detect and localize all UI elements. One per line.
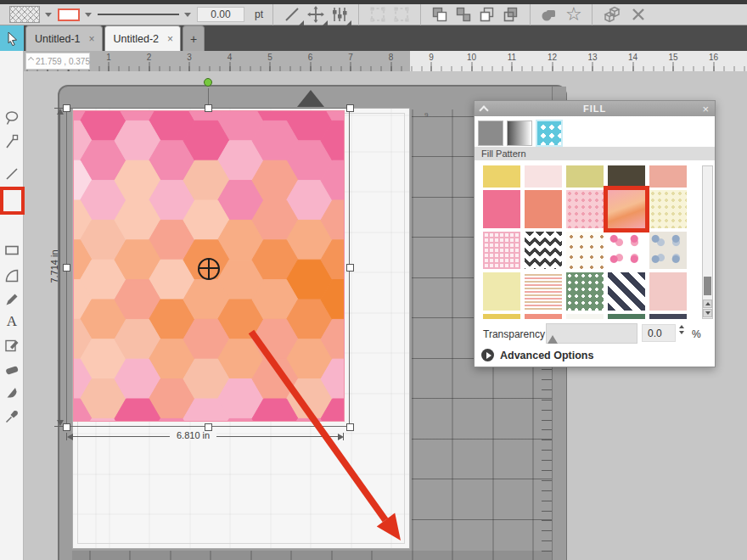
pattern-swatch[interactable] (566, 272, 604, 311)
scroll-up-button[interactable] (703, 300, 712, 308)
transparency-spinner[interactable] (679, 325, 684, 334)
pattern-swatch[interactable] (608, 314, 645, 319)
dropdown-chevron-icon[interactable] (184, 13, 191, 17)
spinner-up-icon[interactable] (679, 325, 684, 328)
selection-handle-mid-right[interactable] (346, 264, 354, 272)
center-crosshair-icon[interactable] (198, 258, 220, 280)
cursor-position-readout: 21.759 , 0.375 (25, 53, 90, 70)
selection-handle-bottom-left[interactable] (63, 423, 70, 431)
ruler-number: 8 (389, 53, 394, 62)
ruler-number: 11 (508, 53, 516, 62)
pattern-swatch[interactable] (649, 190, 687, 228)
dropdown-chevron-icon[interactable] (45, 13, 52, 17)
selection-handle-mid-left[interactable] (63, 264, 70, 272)
select-tool[interactable] (0, 25, 24, 51)
selection-handle-top-center[interactable] (205, 104, 212, 112)
spinner-down-icon[interactable] (679, 331, 684, 334)
selection-handle-top-right[interactable] (346, 104, 354, 112)
send-to-back-icon[interactable] (502, 5, 520, 24)
marquee-select-alt-icon[interactable] (392, 5, 411, 24)
draw-tool[interactable] (3, 290, 21, 309)
stroke-color-swatch[interactable] (58, 8, 80, 21)
pattern-swatch[interactable] (566, 314, 604, 319)
pattern-swatch[interactable] (649, 165, 687, 188)
pattern-swatch-selected[interactable] (608, 190, 645, 228)
pattern-swatch[interactable] (566, 190, 604, 228)
toolbar-group (421, 4, 531, 25)
pattern-swatch[interactable] (525, 190, 562, 228)
lasso-tool[interactable] (3, 109, 21, 127)
pattern-swatch[interactable] (483, 165, 520, 188)
line-tool[interactable] (3, 165, 21, 183)
transform-tool[interactable] (330, 5, 349, 24)
toolbar-group (593, 4, 657, 25)
stroke-width-input[interactable] (197, 7, 244, 22)
pattern-swatch[interactable] (608, 165, 645, 188)
pattern-swatch[interactable] (483, 314, 520, 319)
group-icon[interactable] (430, 5, 449, 24)
delete-icon[interactable] (629, 5, 648, 24)
selection-handle-top-left[interactable] (63, 104, 70, 112)
expand-arrow-icon (481, 349, 494, 361)
pattern-swatch[interactable] (483, 190, 520, 228)
tab-close-icon[interactable]: × (167, 33, 173, 45)
pattern-swatch[interactable] (566, 232, 604, 269)
width-dimension-label: 6.810 in (170, 430, 216, 440)
pattern-swatch[interactable] (566, 165, 604, 188)
rotation-handle[interactable] (204, 78, 212, 87)
arc-tool[interactable] (3, 266, 21, 285)
draw-line-tool[interactable] (283, 5, 301, 24)
selection-handle-bottom-center[interactable] (205, 423, 212, 431)
new-tab-button[interactable]: + (183, 25, 205, 51)
transparency-value-field[interactable]: 0.0 (642, 324, 676, 342)
scroll-down-button[interactable] (703, 309, 712, 317)
height-dimension-line (59, 110, 60, 424)
ruler-number: 2 (147, 53, 152, 62)
pattern-swatch[interactable] (483, 272, 520, 311)
tab-untitled-1[interactable]: Untitled-1 × (25, 25, 103, 51)
eyedropper-tool[interactable] (3, 407, 21, 426)
pattern-swatch[interactable] (483, 232, 520, 269)
tab-untitled-2[interactable]: Untitled-2 × (104, 25, 182, 51)
fill-pattern-swatch[interactable] (9, 6, 40, 23)
ruler-number: 15 (668, 53, 677, 62)
advanced-options-toggle[interactable]: Advanced Options (481, 349, 593, 361)
pattern-swatch[interactable] (649, 314, 687, 319)
pattern-swatch[interactable] (608, 232, 645, 269)
toolbar-group (359, 4, 421, 25)
pattern-swatch[interactable] (525, 314, 562, 319)
move-tool[interactable] (306, 5, 325, 24)
star-icon[interactable]: ☆ (565, 6, 582, 23)
pattern-swatch[interactable] (525, 165, 562, 188)
pattern-swatch[interactable] (649, 232, 687, 269)
ruler-number: 10 (467, 53, 476, 62)
3d-view-icon[interactable] (602, 4, 624, 25)
tab-close-icon[interactable]: × (89, 33, 95, 45)
line-style-preview[interactable] (98, 8, 179, 21)
pattern-swatch[interactable] (525, 272, 562, 311)
knife-tool[interactable] (3, 384, 21, 402)
ungroup-icon[interactable] (454, 5, 473, 24)
stroke-width-input[interactable] (197, 7, 244, 22)
weld-icon[interactable] (540, 5, 560, 24)
scrollbar-thumb[interactable] (704, 277, 711, 295)
point-edit-tool[interactable] (3, 132, 21, 151)
pattern-swatch[interactable] (525, 232, 562, 269)
left-tool-column: A (0, 51, 24, 560)
pattern-scrollbar[interactable] (702, 165, 713, 319)
transparency-slider[interactable] (546, 323, 637, 344)
eraser-tool[interactable] (3, 360, 21, 378)
mat-grid-bottom (72, 551, 552, 560)
transparency-slider-thumb[interactable] (548, 335, 558, 344)
marquee-select-icon[interactable] (368, 5, 387, 24)
ruler-number: 13 (587, 53, 597, 62)
text-tool[interactable]: A (3, 312, 21, 331)
bring-to-front-icon[interactable] (478, 5, 497, 24)
dropdown-chevron-icon[interactable] (85, 13, 92, 17)
rectangle-tool[interactable] (3, 241, 21, 260)
notes-tool[interactable] (3, 336, 21, 355)
select-arrow-icon (3, 30, 20, 47)
selection-handle-bottom-right[interactable] (346, 423, 354, 431)
pattern-swatch[interactable] (649, 272, 687, 311)
pattern-swatch[interactable] (608, 272, 645, 311)
